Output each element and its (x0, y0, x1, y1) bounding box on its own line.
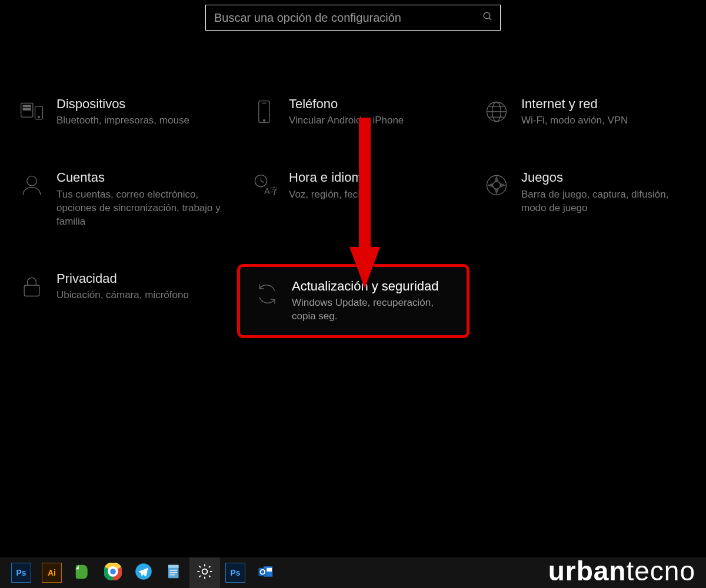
svg-rect-22 (24, 285, 39, 296)
settings-tile-account[interactable]: Cuentas Tus cuentas, correo electrónico,… (5, 163, 237, 235)
gaming-icon (479, 170, 514, 198)
search-box[interactable] (205, 5, 501, 31)
tile-subtitle: Voz, región, fecha (289, 188, 369, 202)
tile-title: Internet y red (521, 96, 628, 112)
svg-rect-33 (168, 565, 179, 568)
svg-line-1 (489, 18, 491, 20)
globe-icon (479, 96, 514, 125)
svg-rect-40 (259, 568, 267, 576)
svg-rect-6 (23, 109, 31, 111)
settings-tile-globe[interactable]: Internet y red Wi-Fi, modo avión, VPN (469, 89, 702, 135)
illustrator-icon: Ai (42, 563, 62, 583)
search-region (0, 0, 706, 31)
search-input[interactable] (206, 11, 500, 25)
taskbar-telegram[interactable] (128, 557, 159, 588)
photoshop-2-icon: Ps (225, 563, 245, 583)
update-icon (249, 279, 285, 307)
taskbar-chrome[interactable] (98, 557, 128, 588)
watermark-bold: urban (548, 556, 627, 586)
svg-rect-5 (23, 105, 31, 107)
evernote-icon (74, 563, 91, 583)
svg-point-9 (264, 119, 265, 121)
phone-icon (247, 96, 282, 125)
chrome-icon (104, 563, 122, 583)
svg-point-0 (484, 12, 490, 19)
svg-point-21 (493, 182, 501, 189)
taskbar-settings[interactable] (189, 557, 220, 588)
devices-icon (14, 96, 49, 125)
tile-title: Dispositivos (56, 96, 189, 112)
taskbar-photoshop[interactable]: Ps (6, 557, 36, 588)
search-icon (482, 11, 493, 24)
photoshop-icon: Ps (11, 563, 31, 583)
svg-line-18 (261, 181, 264, 183)
svg-rect-36 (170, 574, 175, 575)
watermark-light: tecno (626, 556, 695, 586)
taskbar-outlook[interactable] (251, 557, 281, 588)
settings-tile-privacy[interactable]: Privacidad Ubicación, cámara, micrófono (5, 264, 237, 338)
svg-rect-35 (170, 572, 178, 573)
tile-subtitle: Tus cuentas, correo electrónico, opcione… (56, 188, 221, 229)
account-icon (14, 170, 49, 198)
watermark: urbantecno (548, 555, 695, 587)
svg-point-15 (27, 176, 37, 186)
notepad-icon (165, 563, 183, 583)
tile-title: Juegos (521, 170, 686, 185)
settings-tile-phone[interactable]: Teléfono Vincular Android o iPhone (237, 89, 469, 135)
svg-rect-34 (170, 570, 178, 571)
svg-text:A字: A字 (264, 186, 277, 196)
tile-title: Hora e idioma (289, 170, 369, 185)
tile-subtitle: Bluetooth, impresoras, mouse (56, 114, 189, 128)
tile-subtitle: Wi-Fi, modo avión, VPN (521, 114, 628, 128)
svg-point-37 (202, 569, 208, 574)
tile-title: Actualización y seguridad (292, 279, 457, 294)
tile-subtitle: Vincular Android o iPhone (289, 114, 404, 128)
settings-tile-gaming[interactable]: Juegos Barra de juego, captura, difusión… (469, 163, 702, 235)
tile-subtitle: Ubicación, cámara, micrófono (56, 289, 189, 302)
settings-tile-time-lang[interactable]: A字 Hora e idioma Voz, región, fecha (237, 163, 469, 235)
settings-icon (196, 563, 214, 583)
time-lang-icon: A字 (247, 170, 282, 198)
tile-subtitle: Barra de juego, captura, difusión, modo … (521, 188, 686, 215)
privacy-icon (14, 271, 49, 299)
taskbar-illustrator[interactable]: Ai (36, 557, 67, 588)
telegram-icon (135, 563, 152, 583)
tile-title: Teléfono (289, 96, 404, 112)
taskbar-notepad[interactable] (159, 557, 189, 588)
taskbar-photoshop-2[interactable]: Ps (220, 557, 251, 588)
tile-title: Privacidad (56, 271, 189, 286)
settings-tiles: Dispositivos Bluetooth, impresoras, mous… (5, 89, 706, 338)
tile-subtitle: Windows Update, recuperación, copia seg. (292, 296, 457, 323)
outlook-icon (257, 563, 275, 583)
tile-title: Cuentas (56, 170, 221, 185)
settings-tile-devices[interactable]: Dispositivos Bluetooth, impresoras, mous… (5, 89, 237, 135)
settings-tile-update[interactable]: Actualización y seguridad Windows Update… (237, 264, 469, 338)
taskbar-evernote[interactable] (67, 557, 98, 588)
svg-point-4 (38, 116, 40, 118)
